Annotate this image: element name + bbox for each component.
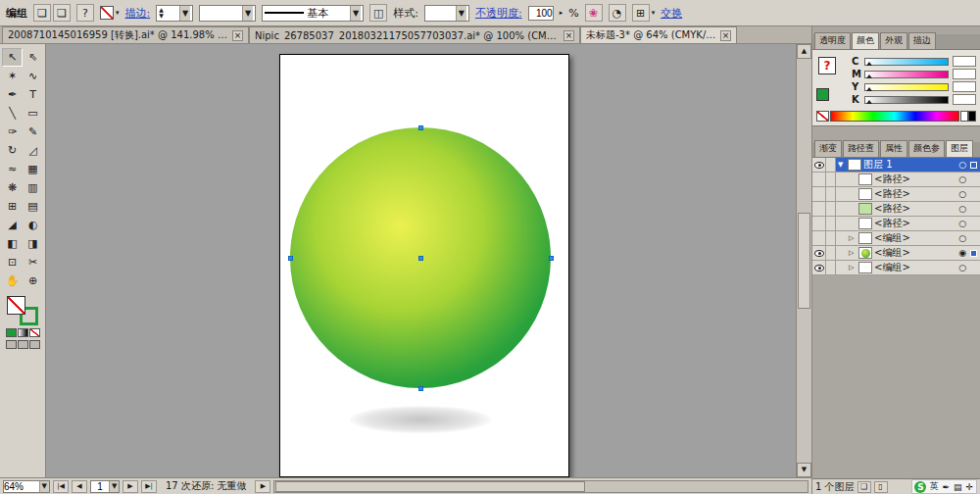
chevron-down-icon[interactable]: ▼: [39, 481, 49, 492]
visibility-toggle[interactable]: [812, 246, 826, 260]
black-swatch[interactable]: [968, 111, 976, 122]
slider-marker-icon[interactable]: [866, 100, 872, 104]
mask-button[interactable]: ◔: [609, 4, 626, 22]
gradient-mode-button[interactable]: [18, 328, 28, 337]
lock-toggle[interactable]: [826, 173, 836, 186]
artboard[interactable]: [279, 54, 569, 477]
panel-tab[interactable]: 外观: [880, 32, 907, 49]
layer-row[interactable]: ▷ <编组> ○: [812, 261, 980, 275]
target-icon[interactable]: ○: [958, 160, 966, 170]
ime-keyboard-icon[interactable]: ▤: [953, 482, 963, 492]
tab-close-icon[interactable]: ×: [564, 30, 574, 41]
blend-tool[interactable]: ◐: [23, 216, 43, 234]
layer-name[interactable]: <路径>: [874, 173, 910, 186]
screen-mode-full-button[interactable]: [29, 340, 40, 349]
target-icon[interactable]: ○: [958, 174, 966, 184]
channel-value-input[interactable]: [953, 69, 976, 79]
panel-tab[interactable]: 图层: [946, 140, 973, 157]
ime-language-indicator[interactable]: 英: [928, 480, 939, 493]
next-page-button[interactable]: ▶: [122, 480, 138, 493]
panel-tab[interactable]: 颜色: [852, 32, 879, 49]
align-button[interactable]: ⊞: [632, 4, 650, 22]
center-point[interactable]: [418, 256, 423, 261]
visibility-toggle[interactable]: [812, 217, 826, 230]
symbol-sprayer-tool[interactable]: ❋: [2, 178, 23, 197]
layer-name[interactable]: <编组>: [874, 231, 910, 245]
graph-tool[interactable]: ▥: [23, 178, 43, 197]
previous-page-button[interactable]: ◀: [72, 480, 87, 493]
page-combo[interactable]: ▼: [90, 480, 120, 493]
zoom-input[interactable]: [4, 481, 39, 492]
style-combo[interactable]: ▼: [424, 5, 469, 22]
crop-area-tool[interactable]: ⊡: [2, 253, 23, 272]
slice-tool[interactable]: ✂: [23, 253, 43, 272]
layer-name[interactable]: 图层 1: [863, 158, 893, 172]
opacity-link[interactable]: 不透明度:: [475, 6, 522, 21]
help-button[interactable]: ?: [76, 4, 94, 22]
stroke-color-swatch[interactable]: [100, 6, 114, 20]
canvas-area[interactable]: [46, 44, 796, 477]
panel-tab[interactable]: 属性: [880, 140, 907, 157]
layer-row[interactable]: <路径> ○: [812, 217, 980, 231]
opacity-spinner-icon[interactable]: ▸: [560, 9, 564, 17]
channel-value-input[interactable]: [953, 56, 976, 67]
horizontal-scrollbar[interactable]: [273, 480, 808, 493]
layer-row[interactable]: ▷ <编组> ○: [812, 231, 980, 246]
document-tab[interactable]: Nipic_26785037_20180321175057703037.ai* …: [249, 26, 580, 43]
color-spectrum-bar[interactable]: [830, 111, 959, 122]
expander-icon[interactable]: ▷: [849, 234, 857, 242]
scroll-down-icon[interactable]: ▼: [797, 463, 811, 477]
channel-value-input[interactable]: [953, 81, 976, 92]
stroke-weight-spinner[interactable]: ▲▼: [159, 7, 164, 19]
layer-row[interactable]: ▷ <编组> ◉: [812, 246, 980, 261]
none-mode-button[interactable]: [29, 328, 40, 337]
layer-name[interactable]: <编组>: [874, 261, 910, 274]
vertical-scrollbar[interactable]: ▲ ▼: [796, 44, 811, 477]
lock-toggle[interactable]: [826, 231, 836, 245]
target-icon[interactable]: ○: [958, 204, 966, 214]
brush-definition-combo[interactable]: 基本 ▼: [262, 5, 364, 22]
direct-selection-tool[interactable]: ⇖: [23, 48, 43, 67]
vertical-scroll-track[interactable]: [797, 59, 811, 463]
chevron-down-icon[interactable]: ▼: [350, 6, 361, 21]
variable-width-combo[interactable]: ▼: [199, 5, 256, 22]
line-segment-tool[interactable]: ╲: [2, 104, 23, 123]
document-tab[interactable]: 未标题-3* @ 64% (CMYK/预览) ×: [580, 26, 737, 43]
none-swatch[interactable]: [816, 111, 829, 122]
rectangle-tool[interactable]: ▭: [23, 104, 43, 123]
zoom-combo[interactable]: ▼: [3, 480, 50, 493]
expander-icon[interactable]: ▼: [838, 161, 846, 169]
swap-link[interactable]: 交换: [661, 6, 682, 21]
layer-name[interactable]: <编组>: [874, 246, 910, 260]
mesh-tool[interactable]: ⊞: [2, 197, 23, 216]
target-icon[interactable]: ○: [958, 263, 966, 272]
new-layer-button[interactable]: ❏: [858, 481, 871, 493]
horizontal-scroll-thumb[interactable]: [275, 481, 584, 492]
pen-tool[interactable]: ✒: [2, 85, 23, 104]
chevron-down-icon[interactable]: ▼: [109, 481, 119, 492]
ime-toolbox-icon[interactable]: ✛: [964, 482, 974, 492]
ime-pen-icon[interactable]: ✒: [941, 482, 951, 492]
panel-tab[interactable]: 描边: [908, 32, 936, 49]
hand-tool[interactable]: ✋: [2, 272, 23, 290]
stroke-color-dropdown-icon[interactable]: ▾: [116, 9, 120, 17]
tab-close-icon[interactable]: ×: [720, 30, 731, 41]
edit-contents-button[interactable]: ❏: [53, 4, 71, 22]
zoom-tool[interactable]: ⊕: [23, 272, 43, 290]
anchor-point-left[interactable]: [288, 256, 293, 261]
lock-toggle[interactable]: [826, 261, 836, 274]
opacity-input[interactable]: [528, 6, 554, 21]
layer-row[interactable]: ▼ 图层 1 ○: [812, 158, 980, 173]
fill-proxy-swatch[interactable]: [7, 296, 25, 315]
layer-name[interactable]: <路径>: [874, 217, 910, 230]
fill-color-proxy[interactable]: ?: [818, 57, 836, 74]
lock-toggle[interactable]: [826, 158, 836, 172]
chevron-down-icon[interactable]: ▼: [179, 6, 190, 21]
layer-row[interactable]: <路径> ○: [812, 173, 980, 187]
slider-marker-icon[interactable]: [866, 87, 872, 91]
layer-name[interactable]: <路径>: [874, 202, 910, 216]
stroke-weight-combo[interactable]: ▲▼ ▼: [156, 5, 193, 22]
recolor-artwork-button[interactable]: ◫: [369, 4, 387, 22]
paintbrush-tool[interactable]: ✑: [2, 123, 23, 141]
type-tool[interactable]: T: [23, 85, 43, 104]
